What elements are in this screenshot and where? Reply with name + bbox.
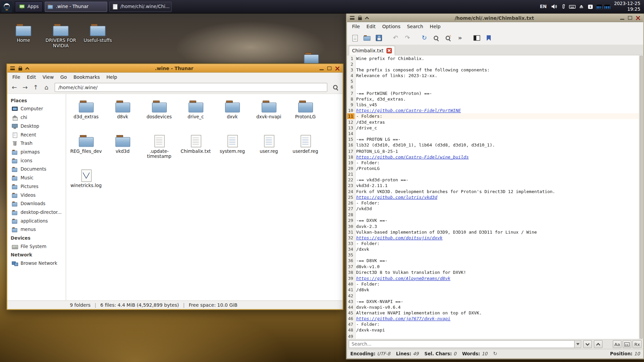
- code-line[interactable]: 49: [347, 333, 643, 339]
- file-item[interactable]: d3d_extras: [68, 97, 104, 132]
- find-next-button[interactable]: [583, 340, 592, 348]
- file-item[interactable]: dxvk: [214, 97, 251, 132]
- keyboard-layout-indicator[interactable]: EN: [540, 4, 546, 9]
- sidebar-item[interactable]: Computer: [7, 105, 66, 113]
- code-line[interactable]: 13 /drive_c: [347, 125, 643, 130]
- sidebar-item[interactable]: File System: [7, 242, 66, 251]
- bookmark-button[interactable]: [483, 33, 494, 43]
- sidebar-item[interactable]: applications: [7, 217, 66, 226]
- file-item[interactable]: dosdevices: [141, 97, 177, 132]
- close-button[interactable]: [335, 66, 339, 70]
- find-previous-button[interactable]: [594, 340, 603, 348]
- shade-icon[interactable]: [25, 67, 29, 71]
- code-line[interactable]: 14: [347, 131, 643, 136]
- code-line[interactable]: 4 Relevance of links: 2023-12-xx.: [347, 73, 643, 78]
- menu-item[interactable]: View: [39, 74, 57, 80]
- code-line[interactable]: 6: [347, 84, 643, 90]
- code-line[interactable]: 39 https://github.com/AlpyneDreams/d8vk: [347, 275, 643, 281]
- whole-word-toggle[interactable]: [623, 340, 632, 348]
- file-item[interactable]: ProtonLG: [287, 97, 324, 132]
- sidebar-item[interactable]: desktop-director...: [7, 208, 66, 217]
- scrollbar-thumb[interactable]: [640, 56, 643, 339]
- code-line[interactable]: 33 - Folder:: [347, 241, 643, 246]
- code-line[interactable]: 20 /ProtonLG: [347, 165, 643, 171]
- pin-icon[interactable]: [18, 68, 22, 71]
- code-line[interactable]: 22 -== vkd3d-proton ==-: [347, 177, 643, 183]
- network-monitor[interactable]: [604, 4, 610, 9]
- path-bar[interactable]: /home/chi/.wine/: [55, 83, 327, 92]
- back-button[interactable]: ←: [9, 82, 19, 92]
- sidebar-item[interactable]: Pictures: [7, 182, 66, 191]
- sidebar-item[interactable]: pixmaps: [7, 148, 66, 157]
- sidebar-item[interactable]: menus: [7, 225, 66, 234]
- code-line[interactable]: 38 Direct3D 8 to Vulkan translation for …: [347, 269, 643, 275]
- menu-item[interactable]: Bookmarks: [70, 74, 103, 80]
- code-line[interactable]: 48 /dxvk-nvapi: [347, 327, 643, 333]
- code-line[interactable]: 7 -== PortWINE (PortProton) ==-: [347, 90, 643, 96]
- search-input[interactable]: [349, 341, 574, 348]
- file-item[interactable]: .update-timestamp: [141, 132, 177, 166]
- match-case-toggle[interactable]: Aa: [613, 340, 622, 348]
- taskbar-window-button[interactable]: .wine - Thunar: [45, 1, 107, 12]
- code-line[interactable]: 19 - Folder:: [347, 160, 643, 165]
- file-item[interactable]: userdef.reg: [287, 132, 324, 166]
- window-menu-icon[interactable]: [10, 66, 15, 70]
- desktop-icon[interactable]: Home: [6, 24, 41, 43]
- code-line[interactable]: 15 -== PROTON LG ==-: [347, 136, 643, 142]
- file-item[interactable]: winetricks.log: [68, 166, 104, 201]
- editor-scrollbar[interactable]: [639, 55, 643, 339]
- code-line[interactable]: 47 - Folder:: [347, 321, 643, 327]
- code-line[interactable]: 11 - Folders:: [347, 113, 643, 119]
- sidebar-item[interactable]: Trash: [7, 139, 66, 148]
- file-item[interactable]: d8vk: [104, 97, 141, 132]
- find-button[interactable]: [431, 33, 441, 43]
- editor-titlebar[interactable]: /home/chi/.wine/Chimbalix.txt: [347, 14, 643, 22]
- maximize-button[interactable]: [327, 66, 331, 70]
- sidebar-item[interactable]: Recent: [7, 130, 66, 139]
- code-line[interactable]: 46 https://github.com/jp7677/dxvk-nvapi: [347, 316, 643, 321]
- code-line[interactable]: 21: [347, 171, 643, 177]
- save-button[interactable]: [373, 33, 384, 43]
- side-pane-button[interactable]: [472, 33, 482, 43]
- new-file-button[interactable]: [350, 33, 360, 43]
- removable-media-icon[interactable]: [586, 2, 595, 11]
- cpu-monitor[interactable]: [596, 4, 603, 9]
- code-line[interactable]: 17 PROTON_LG_8-25-1: [347, 148, 643, 154]
- code-line[interactable]: 32 https://github.com/doitsujin/dxvk: [347, 235, 643, 240]
- minimize-button[interactable]: [320, 69, 324, 70]
- file-item[interactable]: dxvk-nvapi: [251, 97, 287, 132]
- code-line[interactable]: 16 lib32 (d3d10, d3d10_1), lib64 (d3d8, …: [347, 142, 643, 148]
- desktop-icon[interactable]: Useful-stuffs: [80, 24, 115, 43]
- regex-toggle[interactable]: Rx: [633, 340, 641, 348]
- code-line[interactable]: 31 Vulkan-based implementation of D3D9, …: [347, 229, 643, 235]
- file-item[interactable]: REG_files_dev: [68, 132, 104, 166]
- code-line[interactable]: 30 dxvk-2.3: [347, 223, 643, 229]
- code-line[interactable]: 41 /d8vk: [347, 287, 643, 293]
- code-line[interactable]: 23 vkd3d-2.11.1: [347, 183, 643, 188]
- code-line[interactable]: 43 -== DXVK-NVAPI ==-: [347, 298, 643, 304]
- tab-chimbalix[interactable]: Chimbalix.txt: [349, 46, 395, 55]
- redo-button[interactable]: ↷: [402, 33, 413, 43]
- find-replace-button[interactable]: [443, 33, 453, 43]
- up-button[interactable]: ↑: [31, 82, 41, 92]
- search-history-dropdown[interactable]: [574, 341, 581, 348]
- code-line[interactable]: 5: [347, 78, 643, 84]
- sidebar-item[interactable]: Music: [7, 174, 66, 182]
- forward-button[interactable]: →: [20, 82, 30, 92]
- code-line[interactable]: 25 https://github.com/lutris/vkd3d: [347, 194, 643, 200]
- recount-words-icon[interactable]: ↻: [493, 351, 497, 356]
- minimize-button[interactable]: [620, 19, 624, 19]
- thunar-titlebar[interactable]: .wine - Thunar: [7, 64, 342, 72]
- editor-text-area[interactable]: 1 Wine prefix for Chimbalix. 2 3 The pre…: [347, 55, 643, 339]
- code-line[interactable]: 3 The prefix is composed of the followin…: [347, 67, 643, 73]
- menu-item[interactable]: Edit: [23, 74, 39, 80]
- search-button[interactable]: [331, 82, 340, 92]
- code-line[interactable]: 27 /vkd3d: [347, 206, 643, 212]
- file-item[interactable]: vkd3d: [104, 132, 141, 166]
- code-line[interactable]: 8 Prefix, d3d_extras.: [347, 96, 643, 102]
- code-line[interactable]: 24 Fork of VKD3D. Development branches f…: [347, 188, 643, 194]
- file-item[interactable]: user.reg: [251, 132, 287, 166]
- code-line[interactable]: 1 Wine prefix for Chimbalix.: [347, 55, 643, 61]
- taskbar-window-button[interactable]: /home/chi/.wine/Chi...: [109, 1, 172, 12]
- reload-button[interactable]: ↻: [419, 33, 430, 43]
